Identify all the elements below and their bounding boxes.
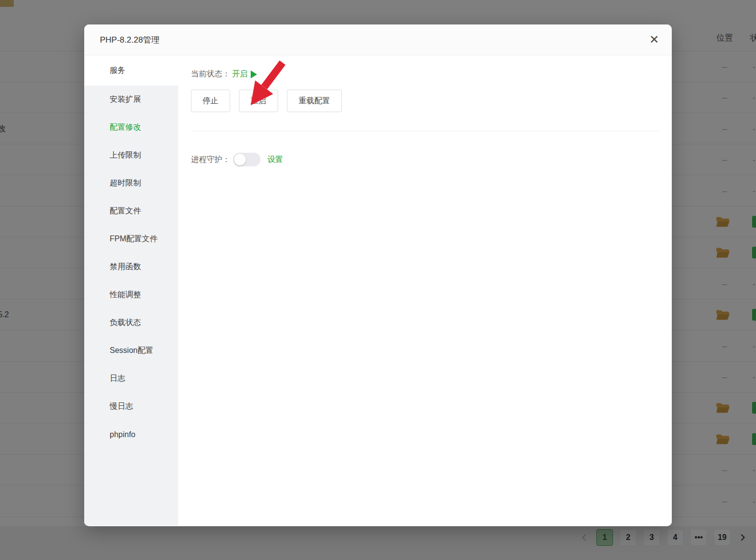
php-manager-modal: PHP-8.2.28管理 ✕ 服务安装扩展配置修改上传限制超时限制配置文件FPM… — [84, 24, 672, 526]
modal-sidebar: 服务安装扩展配置修改上传限制超时限制配置文件FPM配置文件禁用函数性能调整负载状… — [84, 55, 178, 526]
service-buttons: 停止 重启 重载配置 — [191, 90, 342, 112]
status-value: 开启 — [232, 69, 248, 79]
modal-body: 服务安装扩展配置修改上传限制超时限制配置文件FPM配置文件禁用函数性能调整负载状… — [84, 55, 672, 526]
sidebar-item-upload-limit[interactable]: 上传限制 — [84, 141, 178, 169]
modal-title: PHP-8.2.28管理 — [100, 34, 160, 46]
daemon-toggle[interactable] — [233, 153, 260, 166]
sidebar-item-phpinfo[interactable]: phpinfo — [84, 420, 178, 448]
sidebar-item-log[interactable]: 日志 — [84, 365, 178, 393]
daemon-line: 进程守护： 设置 — [191, 153, 283, 166]
toggle-knob — [234, 154, 246, 165]
play-icon — [251, 70, 257, 78]
sidebar-item-timeout-limit[interactable]: 超时限制 — [84, 169, 178, 197]
status-line: 当前状态： 开启 — [191, 69, 257, 79]
stop-button[interactable]: 停止 — [191, 90, 230, 112]
sidebar-item-config-file[interactable]: 配置文件 — [84, 197, 178, 225]
restart-button[interactable]: 重启 — [239, 90, 278, 112]
close-button[interactable]: ✕ — [649, 34, 659, 46]
sidebar-item-service[interactable]: 服务 — [84, 55, 178, 86]
sidebar-item-install-ext[interactable]: 安装扩展 — [84, 86, 178, 114]
modal-content: 当前状态： 开启 停止 重启 重载配置 进程守护： 设置 — [178, 55, 672, 526]
sidebar-item-session-config[interactable]: Session配置 — [84, 337, 178, 365]
section-divider — [191, 131, 660, 131]
sidebar-item-disabled-functions[interactable]: 禁用函数 — [84, 253, 178, 281]
daemon-label: 进程守护： — [191, 155, 230, 165]
reload-config-button[interactable]: 重载配置 — [287, 90, 342, 112]
sidebar-item-performance[interactable]: 性能调整 — [84, 281, 178, 309]
sidebar-item-fpm-config[interactable]: FPM配置文件 — [84, 225, 178, 253]
status-label: 当前状态： — [191, 69, 230, 79]
modal-header: PHP-8.2.28管理 ✕ — [84, 24, 672, 55]
daemon-settings-link[interactable]: 设置 — [267, 155, 283, 165]
sidebar-item-slow-log[interactable]: 慢日志 — [84, 393, 178, 420]
sidebar-item-load-status[interactable]: 负载状态 — [84, 309, 178, 337]
sidebar-gray-panel: 安装扩展配置修改上传限制超时限制配置文件FPM配置文件禁用函数性能调整负载状态S… — [84, 86, 178, 526]
close-icon: ✕ — [649, 33, 659, 46]
sidebar-item-config-edit[interactable]: 配置修改 — [84, 114, 178, 141]
